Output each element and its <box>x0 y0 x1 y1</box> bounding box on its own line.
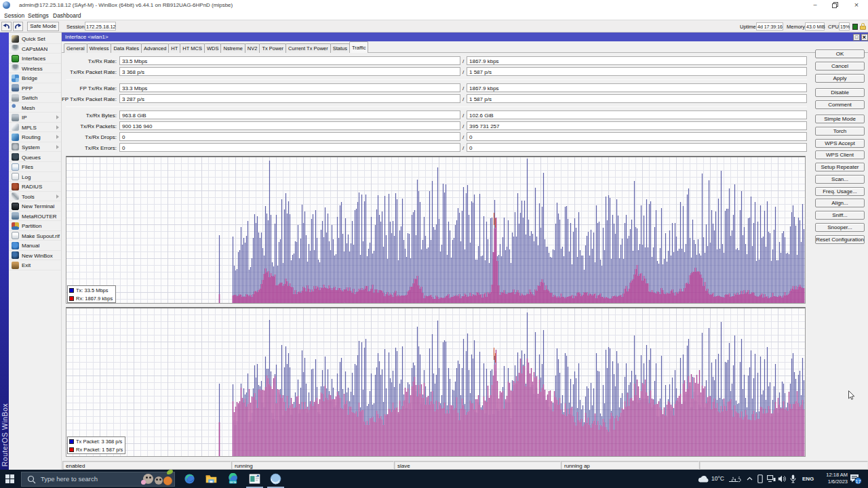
svg-text:BETA: BETA <box>230 481 237 484</box>
